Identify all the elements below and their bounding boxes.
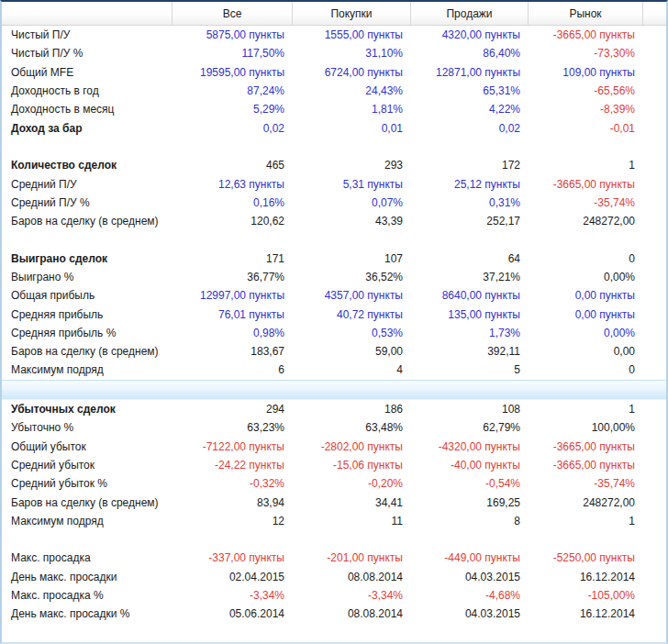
value-cell: 1,81% xyxy=(292,103,410,116)
value-cell: 40,72 пункты xyxy=(292,308,410,321)
table-row[interactable]: Выиграно сделок171107640 xyxy=(2,250,666,268)
value-cell: 59,00 xyxy=(292,345,410,358)
value-cell: 465 xyxy=(172,159,292,172)
value-cell: 1555,00 пункты xyxy=(292,28,410,41)
table-row[interactable]: Средняя прибыль76,01 пункты40,72 пункты1… xyxy=(2,305,666,323)
column-header-all: Все xyxy=(172,2,292,25)
table-row[interactable]: Средний убыток %-0,32%-0,20%-0,54%-35,74… xyxy=(2,474,666,493)
table-row[interactable]: Баров на сделку (в среднем)83,9434,41169… xyxy=(2,493,666,511)
value-cell: 6 xyxy=(172,363,292,376)
value-cell: -105,00% xyxy=(528,589,642,602)
row-label: Баров на сделку (в среднем) xyxy=(2,215,172,228)
value-cell: 248272,00 xyxy=(528,215,642,228)
value-cell: 117,50% xyxy=(172,47,292,60)
value-cell: 0,00 пункты xyxy=(528,308,642,321)
row-label: День макс. просадки xyxy=(2,571,172,583)
table-row[interactable]: Убыточно %63,23%63,48%62,79%100,00% xyxy=(2,418,666,437)
row-label: Общий MFE xyxy=(2,66,172,79)
value-cell: 4357,00 пункты xyxy=(292,289,410,302)
value-cell: 0,02 xyxy=(172,122,292,135)
table-row[interactable]: Максимум подряд121181 xyxy=(2,512,666,530)
value-cell: 5,29% xyxy=(172,103,292,116)
table-row[interactable]: Чистый П/У5875,00 пункты1555,00 пункты43… xyxy=(2,26,666,44)
value-cell: 24,43% xyxy=(292,84,410,97)
table-row[interactable]: Общий убыток-7122,00 пункты-2802,00 пунк… xyxy=(2,438,666,456)
value-cell: 135,00 пункты xyxy=(410,308,528,321)
value-cell: -5250,00 пункты xyxy=(528,551,642,564)
value-cell: 107 xyxy=(292,252,410,265)
value-cell: -3665,00 пункты xyxy=(528,178,642,191)
value-cell: -0,01 xyxy=(528,122,642,135)
value-cell: 16.12.2014 xyxy=(528,607,642,620)
value-cell: 62,79% xyxy=(410,421,528,434)
value-cell: 294 xyxy=(172,403,292,416)
table-row[interactable]: Доход за бар0,020,010,02-0,01 xyxy=(2,118,666,137)
row-label: День макс. просадки % xyxy=(2,607,172,620)
spacer-row xyxy=(2,230,666,249)
table-row[interactable]: День макс. просадки %05.06.201408.08.201… xyxy=(2,605,666,623)
header-label-column xyxy=(2,2,172,25)
value-cell: 108 xyxy=(410,403,528,416)
table-row[interactable]: Макс. просадка %-3,34%-3,34%-4,68%-105,0… xyxy=(2,586,666,605)
value-cell: 6724,00 пункты xyxy=(292,66,410,79)
value-cell: 0 xyxy=(528,363,642,376)
value-cell: -35,74% xyxy=(528,196,642,209)
value-cell: 0,53% xyxy=(292,327,410,339)
value-cell: 0,07% xyxy=(292,196,410,209)
table-row[interactable]: Средний П/У12,63 пункты5,31 пункты25,12 … xyxy=(2,174,666,193)
row-label: Макс. просадка % xyxy=(2,589,172,602)
value-cell: 8 xyxy=(410,515,528,527)
value-cell: 04.03.2015 xyxy=(410,607,528,620)
value-cell: -35,74% xyxy=(528,477,642,490)
table-row[interactable]: Выиграно %36,77%36,52%37,21%0,00% xyxy=(2,268,666,286)
table-row[interactable]: Максимум подряд6450 xyxy=(2,361,666,379)
value-cell: 19595,00 пункты xyxy=(172,66,292,79)
value-cell: -8,39% xyxy=(528,103,642,116)
table-row[interactable]: Общая прибыль12997,00 пункты4357,00 пунк… xyxy=(2,286,666,305)
value-cell: 120,62 xyxy=(172,215,292,228)
value-cell: 05.06.2014 xyxy=(172,607,292,620)
column-header-sells: Продажи xyxy=(410,2,528,25)
value-cell: 5,31 пункты xyxy=(292,178,410,191)
value-cell: 86,40% xyxy=(410,47,528,60)
selected-empty-row[interactable] xyxy=(2,380,666,400)
table-row[interactable]: Средний П/У %0,16%0,07%0,31%-35,74% xyxy=(2,194,666,212)
value-cell: 183,67 xyxy=(172,345,292,358)
value-cell: 0,31% xyxy=(410,196,528,209)
table-row[interactable]: Общий MFE19595,00 пункты6724,00 пункты12… xyxy=(2,63,666,82)
table-row[interactable]: Чистый П/У %117,50%31,10%86,40%-73,30% xyxy=(2,44,666,62)
value-cell: -65,56% xyxy=(528,84,642,97)
table-row[interactable]: Доходность в месяц5,29%1,81%4,22%-8,39% xyxy=(2,100,666,118)
row-label: Средний П/У % xyxy=(2,196,172,209)
table-row[interactable]: Доходность в год87,24%24,43%65,31%-65,56… xyxy=(2,82,666,100)
value-cell: 63,23% xyxy=(172,421,292,434)
row-label: Убыточно % xyxy=(2,421,172,434)
value-cell: 1 xyxy=(528,515,642,527)
table-row[interactable]: День макс. просадки02.04.201508.08.20140… xyxy=(2,568,666,586)
value-cell: 100,00% xyxy=(528,421,642,434)
value-cell: 0,00% xyxy=(528,327,642,339)
row-label: Средний убыток xyxy=(2,459,172,472)
table-row[interactable]: Баров на сделку (в среднем)120,6243,3925… xyxy=(2,212,666,230)
row-label: Максимум подряд xyxy=(2,515,172,527)
value-cell: 12997,00 пункты xyxy=(172,289,292,302)
value-cell: 0,00 пункты xyxy=(528,289,642,302)
value-cell: -3,34% xyxy=(172,589,292,602)
table-body: Чистый П/У5875,00 пункты1555,00 пункты43… xyxy=(2,26,666,642)
row-label: Убыточных сделок xyxy=(2,403,172,416)
table-row[interactable]: Количество сделок4652931721 xyxy=(2,156,666,174)
value-cell: 76,01 пункты xyxy=(172,308,292,321)
value-cell: 12 xyxy=(172,515,292,527)
value-cell: 63,48% xyxy=(292,421,410,434)
table-row[interactable]: Средняя прибыль %0,98%0,53%1,73%0,00% xyxy=(2,324,666,342)
row-label: Средний убыток % xyxy=(2,477,172,490)
value-cell: 08.08.2014 xyxy=(292,607,410,620)
statistics-panel: Все Покупки Продажи Рынок Чистый П/У5875… xyxy=(0,0,668,644)
table-row[interactable]: Макс. просадка-337,00 пункты-201,00 пунк… xyxy=(2,549,666,567)
value-cell: 11 xyxy=(292,515,410,527)
value-cell: 08.08.2014 xyxy=(292,571,410,583)
table-row[interactable]: Средний убыток-24,22 пункты-15,06 пункты… xyxy=(2,456,666,474)
table-row[interactable]: Баров на сделку (в среднем)183,6759,0039… xyxy=(2,342,666,361)
table-row[interactable]: Убыточных сделок2941861081 xyxy=(2,400,666,418)
value-cell: 0,01 xyxy=(292,122,410,135)
